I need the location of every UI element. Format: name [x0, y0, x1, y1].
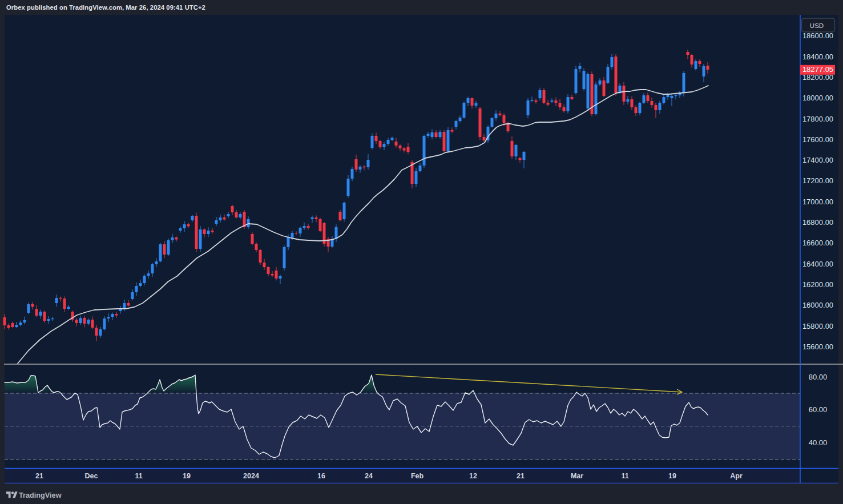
svg-text:Apr: Apr	[730, 472, 743, 480]
svg-text:19: 19	[183, 472, 191, 480]
svg-text:Mar: Mar	[571, 472, 583, 480]
svg-text:60.00: 60.00	[809, 405, 828, 414]
svg-text:17400.00: 17400.00	[802, 156, 833, 164]
svg-text:17000.00: 17000.00	[802, 197, 833, 206]
svg-text:USD: USD	[810, 22, 824, 29]
svg-text:40.00: 40.00	[809, 438, 828, 447]
svg-text:17800.00: 17800.00	[802, 115, 833, 123]
svg-text:15800.00: 15800.00	[802, 322, 833, 330]
svg-text:18000.00: 18000.00	[802, 94, 833, 102]
svg-text:16000.00: 16000.00	[802, 301, 833, 309]
svg-text:21: 21	[35, 472, 43, 480]
svg-text:Dec: Dec	[85, 472, 98, 480]
svg-text:11: 11	[621, 472, 628, 480]
svg-text:11: 11	[135, 472, 142, 480]
svg-text:17200.00: 17200.00	[802, 176, 833, 185]
svg-text:18400.00: 18400.00	[802, 53, 833, 61]
svg-text:15600.00: 15600.00	[802, 342, 833, 351]
svg-text:16200.00: 16200.00	[802, 280, 833, 289]
svg-text:16600.00: 16600.00	[802, 239, 833, 247]
svg-text:16800.00: 16800.00	[802, 218, 833, 227]
svg-text:TradingView: TradingView	[19, 491, 62, 499]
svg-text:18277.05: 18277.05	[802, 65, 833, 74]
svg-text:21: 21	[517, 472, 525, 480]
svg-text:16400.00: 16400.00	[802, 260, 833, 268]
svg-text:2024: 2024	[243, 472, 259, 480]
svg-text:18600.00: 18600.00	[802, 31, 833, 40]
svg-text:12: 12	[469, 472, 477, 480]
svg-text:80.00: 80.00	[809, 373, 828, 381]
svg-text:17600.00: 17600.00	[802, 135, 833, 144]
svg-text:Feb: Feb	[411, 472, 424, 480]
svg-text:19: 19	[668, 472, 676, 480]
svg-text:16: 16	[317, 472, 325, 480]
svg-text:24: 24	[365, 472, 373, 480]
